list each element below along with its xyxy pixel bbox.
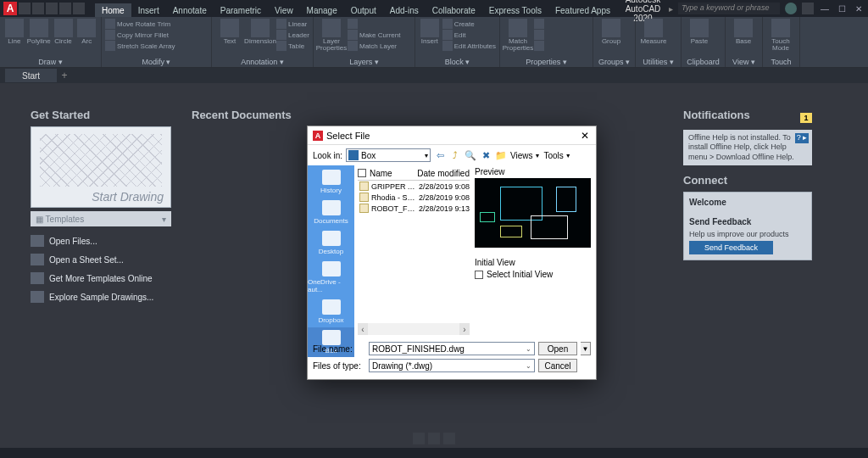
column-name[interactable]: Name [370, 169, 414, 178]
up-icon[interactable]: ⤴ [449, 149, 461, 161]
delete-icon[interactable]: ✖ [480, 149, 492, 161]
file-row[interactable]: Rhodia - Sodeco pl…2/28/2019 9:08 [358, 192, 470, 203]
ribbon-dimension-button[interactable]: Dimension [246, 19, 275, 45]
qat-new-icon[interactable] [19, 3, 31, 14]
file-type-select[interactable]: Drawing (*.dwg)⌄ [369, 359, 535, 372]
place-documents[interactable]: Documents [308, 198, 354, 227]
ribbon-match-properties-button[interactable]: Match Properties [504, 19, 532, 52]
ribbon-item[interactable]: Edit [442, 30, 496, 40]
menu-tab-add-ins[interactable]: Add-ins [383, 3, 426, 17]
ribbon-polyline-button[interactable]: Polyline [27, 19, 51, 45]
horizontal-scrollbar[interactable] [358, 323, 470, 335]
ribbon-group-label[interactable]: View ▾ [729, 57, 759, 67]
close-button[interactable]: ✕ [853, 3, 865, 14]
notification-help-icon[interactable]: ? ▸ [795, 133, 809, 143]
ribbon-paste-button[interactable]: Paste [685, 19, 714, 45]
views-menu[interactable]: Views▼ [510, 151, 540, 160]
dialog-close-button[interactable]: ✕ [577, 129, 593, 142]
ribbon-group-label[interactable]: Properties ▾ [504, 57, 589, 67]
ribbon-item[interactable] [348, 19, 400, 29]
ribbon-layer-properties-button[interactable]: Layer Properties [317, 19, 346, 52]
ribbon-text-button[interactable]: Text [215, 19, 244, 45]
ribbon-item[interactable]: Table [276, 41, 309, 51]
ribbon-item[interactable]: Copy Mirror Fillet [105, 30, 175, 40]
ribbon-item[interactable] [534, 19, 544, 29]
menu-tab-insert[interactable]: Insert [131, 3, 166, 17]
signin-icon[interactable] [785, 3, 797, 14]
ribbon-measure-button[interactable]: Measure [639, 19, 668, 45]
start-link[interactable]: Open a Sheet Set... [31, 250, 171, 269]
app-logo-icon[interactable]: A [3, 2, 17, 15]
ribbon-item[interactable]: Leader [276, 30, 309, 40]
start-link[interactable]: Get More Templates Online [31, 269, 171, 288]
ribbon-circle-button[interactable]: Circle [53, 19, 75, 45]
ribbon-group-label[interactable]: Touch [766, 57, 796, 67]
tools-menu[interactable]: Tools▼ [543, 151, 570, 160]
cancel-button[interactable]: Cancel [538, 359, 577, 372]
open-dropdown-button[interactable]: ▼ [581, 342, 591, 355]
status-icon[interactable] [428, 433, 440, 444]
ribbon-group-label[interactable]: Annotation ▾ [215, 57, 309, 67]
place-onedrive-aut-[interactable]: OneDrive - aut... [308, 259, 354, 296]
ribbon-item[interactable]: Create [442, 19, 496, 29]
menu-tab-home[interactable]: Home [95, 3, 131, 17]
maximize-button[interactable]: ☐ [836, 3, 848, 14]
file-row[interactable]: GRIPPER ASSEMBLY…2/28/2019 9:08 [358, 181, 470, 192]
menu-tab-manage[interactable]: Manage [300, 3, 344, 17]
minimize-button[interactable]: — [819, 3, 831, 14]
ribbon-group-label[interactable]: Draw ▾ [3, 57, 97, 67]
select-all-checkbox[interactable] [358, 169, 366, 177]
ribbon-item[interactable]: Linear [276, 19, 309, 29]
exchange-icon[interactable] [802, 3, 814, 14]
ribbon-group-label[interactable]: Utilities ▾ [639, 57, 677, 67]
ribbon-group-label[interactable]: Layers ▾ [317, 57, 411, 67]
ribbon-item[interactable]: Edit Attributes [442, 41, 496, 51]
menu-tab-view[interactable]: View [268, 3, 300, 17]
ribbon-base-button[interactable]: Base [729, 19, 758, 45]
ribbon-insert-button[interactable]: Insert [419, 19, 441, 45]
ribbon-group-button[interactable]: Group [597, 19, 626, 45]
ribbon-group-label[interactable]: Modify ▾ [105, 57, 208, 67]
templates-dropdown[interactable]: ▦ Templates▾ [31, 211, 171, 226]
tab-start[interactable]: Start [5, 69, 57, 82]
ribbon-group-label[interactable]: Groups ▾ [597, 57, 632, 67]
ribbon-group-label[interactable]: Block ▾ [419, 57, 496, 67]
ribbon-line-button[interactable]: Line [3, 19, 25, 45]
ribbon-item[interactable]: Stretch Scale Array [105, 41, 175, 51]
qat-open-icon[interactable] [32, 3, 44, 14]
start-drawing-tile[interactable]: Start Drawing [31, 126, 171, 208]
menu-tab-featured-apps[interactable]: Featured Apps [548, 3, 617, 17]
ribbon-touch-mode-button[interactable]: Touch Mode [766, 19, 795, 52]
ribbon-item[interactable]: Move Rotate Trim [105, 19, 175, 29]
column-date[interactable]: Date modified [417, 169, 470, 178]
ribbon-item[interactable] [534, 41, 544, 51]
tab-add-button[interactable]: + [57, 69, 72, 82]
place-desktop[interactable]: Desktop [308, 228, 354, 258]
start-link[interactable]: Explore Sample Drawings... [31, 288, 171, 306]
back-icon[interactable]: ⇦ [434, 149, 446, 161]
place-history[interactable]: History [308, 167, 354, 197]
open-button[interactable]: Open [538, 342, 577, 355]
look-in-select[interactable]: Box ▾ [346, 148, 431, 162]
file-row[interactable]: ROBOT_FINISHED.d…2/28/2019 9:13 [358, 203, 470, 214]
ribbon-item[interactable]: Match Layer [348, 41, 400, 51]
menu-tab-output[interactable]: Output [344, 3, 383, 17]
ribbon-item[interactable] [534, 30, 544, 40]
send-feedback-button[interactable]: Send Feedback [689, 241, 773, 254]
qat-redo-icon[interactable] [73, 3, 85, 14]
status-icon[interactable] [413, 433, 425, 444]
menu-tab-annotate[interactable]: Annotate [166, 3, 214, 17]
ribbon-item[interactable]: Make Current [348, 30, 400, 40]
qat-save-icon[interactable] [46, 3, 58, 14]
search-web-icon[interactable]: 🔍 [465, 149, 476, 161]
ribbon-arc-button[interactable]: Arc [75, 19, 97, 45]
menu-tab-collaborate[interactable]: Collaborate [426, 3, 482, 17]
menu-tab-express-tools[interactable]: Express Tools [482, 3, 548, 17]
menu-tab-parametric[interactable]: Parametric [214, 3, 268, 17]
place-dropbox[interactable]: Dropbox [308, 297, 354, 327]
search-input[interactable]: Type a keyword or phrase [678, 3, 780, 14]
start-link[interactable]: Open Files... [31, 232, 171, 250]
file-name-input[interactable]: ROBOT_FINISHED.dwg⌄ [369, 342, 535, 355]
qat-undo-icon[interactable] [59, 3, 71, 14]
ribbon-group-label[interactable]: Clipboard [685, 57, 721, 67]
